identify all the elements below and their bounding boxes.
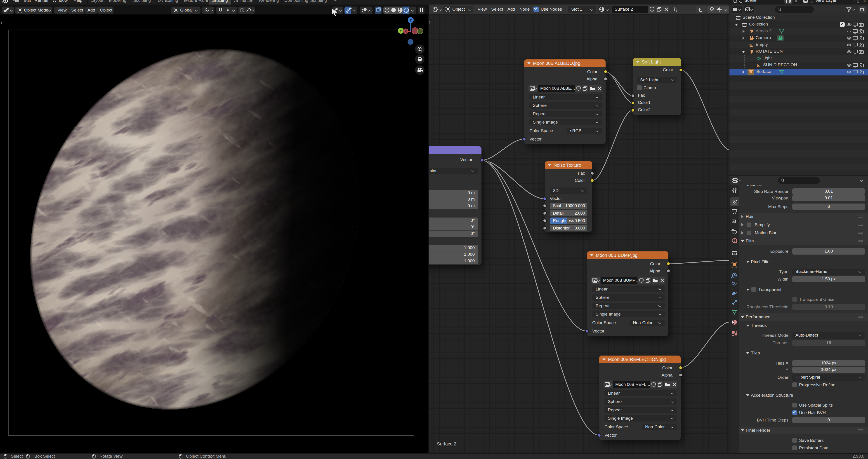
svg-text:Y: Y	[400, 29, 402, 33]
svg-text:X: X	[405, 30, 407, 33]
svg-text:Z: Z	[410, 18, 412, 22]
